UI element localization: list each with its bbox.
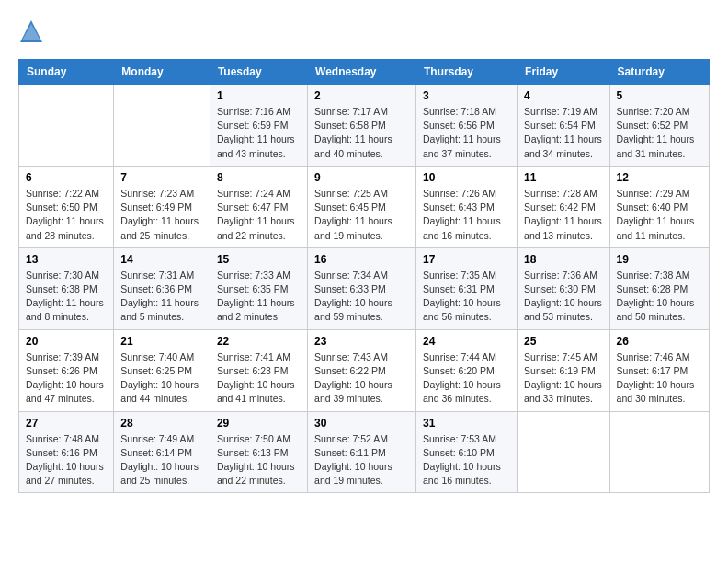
calendar-cell: [114, 85, 210, 167]
calendar-cell: 6Sunrise: 7:22 AM Sunset: 6:50 PM Daylig…: [19, 166, 114, 247]
day-info: Sunrise: 7:50 AM Sunset: 6:13 PM Dayligh…: [217, 432, 301, 488]
day-info: Sunrise: 7:38 AM Sunset: 6:28 PM Dayligh…: [617, 269, 702, 325]
day-number: 8: [217, 171, 301, 184]
day-info: Sunrise: 7:23 AM Sunset: 6:49 PM Dayligh…: [120, 187, 203, 243]
weekday-header-row: SundayMondayTuesdayWednesdayThursdayFrid…: [19, 60, 710, 85]
weekday-header-wednesday: Wednesday: [308, 60, 416, 85]
calendar-cell: 17Sunrise: 7:35 AM Sunset: 6:31 PM Dayli…: [416, 247, 518, 329]
day-number: 29: [217, 417, 301, 430]
calendar-cell: 27Sunrise: 7:48 AM Sunset: 6:16 PM Dayli…: [19, 411, 114, 493]
day-number: 27: [26, 417, 107, 430]
calendar-week-3: 13Sunrise: 7:30 AM Sunset: 6:38 PM Dayli…: [19, 247, 710, 329]
day-number: 16: [314, 253, 409, 266]
day-number: 30: [314, 417, 409, 430]
day-info: Sunrise: 7:24 AM Sunset: 6:47 PM Dayligh…: [217, 187, 301, 243]
day-info: Sunrise: 7:28 AM Sunset: 6:42 PM Dayligh…: [524, 187, 602, 243]
day-info: Sunrise: 7:29 AM Sunset: 6:40 PM Dayligh…: [617, 187, 702, 243]
day-number: 18: [524, 253, 602, 266]
calendar-cell: 12Sunrise: 7:29 AM Sunset: 6:40 PM Dayli…: [609, 166, 709, 247]
day-number: 15: [217, 253, 301, 266]
day-info: Sunrise: 7:45 AM Sunset: 6:19 PM Dayligh…: [524, 350, 602, 407]
calendar-cell: [19, 85, 114, 167]
calendar-week-1: 1Sunrise: 7:16 AM Sunset: 6:59 PM Daylig…: [19, 85, 710, 167]
day-number: 12: [617, 171, 702, 184]
day-info: Sunrise: 7:17 AM Sunset: 6:58 PM Dayligh…: [314, 105, 409, 161]
calendar-cell: 13Sunrise: 7:30 AM Sunset: 6:38 PM Dayli…: [19, 247, 114, 329]
calendar-cell: 23Sunrise: 7:43 AM Sunset: 6:22 PM Dayli…: [308, 329, 416, 411]
day-number: 2: [314, 89, 409, 102]
svg-marker-1: [22, 24, 40, 40]
day-info: Sunrise: 7:25 AM Sunset: 6:45 PM Dayligh…: [314, 187, 409, 243]
day-number: 19: [617, 253, 702, 266]
day-number: 7: [120, 171, 203, 184]
day-number: 9: [314, 171, 409, 184]
day-info: Sunrise: 7:53 AM Sunset: 6:10 PM Dayligh…: [423, 432, 510, 488]
calendar-cell: 10Sunrise: 7:26 AM Sunset: 6:43 PM Dayli…: [416, 166, 518, 247]
logo: [18, 18, 48, 44]
day-info: Sunrise: 7:30 AM Sunset: 6:38 PM Dayligh…: [26, 269, 107, 325]
day-number: 13: [26, 253, 107, 266]
day-number: 3: [423, 89, 510, 102]
day-number: 24: [423, 335, 510, 348]
calendar-cell: 31Sunrise: 7:53 AM Sunset: 6:10 PM Dayli…: [416, 411, 518, 493]
day-number: 10: [423, 171, 510, 184]
calendar-cell: 24Sunrise: 7:44 AM Sunset: 6:20 PM Dayli…: [416, 329, 518, 411]
calendar-week-2: 6Sunrise: 7:22 AM Sunset: 6:50 PM Daylig…: [19, 166, 710, 247]
day-number: 22: [217, 335, 301, 348]
calendar-cell: 28Sunrise: 7:49 AM Sunset: 6:14 PM Dayli…: [114, 411, 210, 493]
calendar-cell: 16Sunrise: 7:34 AM Sunset: 6:33 PM Dayli…: [308, 247, 416, 329]
weekday-header-monday: Monday: [114, 60, 210, 85]
weekday-header-thursday: Thursday: [416, 60, 518, 85]
day-number: 20: [26, 335, 107, 348]
logo-icon: [18, 18, 44, 44]
day-info: Sunrise: 7:35 AM Sunset: 6:31 PM Dayligh…: [423, 269, 510, 325]
calendar-week-4: 20Sunrise: 7:39 AM Sunset: 6:26 PM Dayli…: [19, 329, 710, 411]
calendar-cell: 15Sunrise: 7:33 AM Sunset: 6:35 PM Dayli…: [210, 247, 307, 329]
day-info: Sunrise: 7:44 AM Sunset: 6:20 PM Dayligh…: [423, 350, 510, 407]
calendar-header: SundayMondayTuesdayWednesdayThursdayFrid…: [19, 60, 710, 85]
day-info: Sunrise: 7:49 AM Sunset: 6:14 PM Dayligh…: [120, 432, 203, 488]
day-number: 23: [314, 335, 409, 348]
calendar-cell: 4Sunrise: 7:19 AM Sunset: 6:54 PM Daylig…: [518, 85, 609, 167]
calendar-cell: 9Sunrise: 7:25 AM Sunset: 6:45 PM Daylig…: [308, 166, 416, 247]
calendar-week-5: 27Sunrise: 7:48 AM Sunset: 6:16 PM Dayli…: [19, 411, 710, 493]
calendar-cell: 26Sunrise: 7:46 AM Sunset: 6:17 PM Dayli…: [609, 329, 709, 411]
day-number: 5: [617, 89, 702, 102]
calendar-cell: [518, 411, 609, 493]
day-info: Sunrise: 7:39 AM Sunset: 6:26 PM Dayligh…: [26, 350, 107, 407]
day-info: Sunrise: 7:40 AM Sunset: 6:25 PM Dayligh…: [120, 350, 203, 407]
weekday-header-friday: Friday: [518, 60, 609, 85]
calendar-cell: 11Sunrise: 7:28 AM Sunset: 6:42 PM Dayli…: [518, 166, 609, 247]
day-info: Sunrise: 7:18 AM Sunset: 6:56 PM Dayligh…: [423, 105, 510, 161]
day-info: Sunrise: 7:52 AM Sunset: 6:11 PM Dayligh…: [314, 432, 409, 488]
day-number: 17: [423, 253, 510, 266]
day-info: Sunrise: 7:36 AM Sunset: 6:30 PM Dayligh…: [524, 269, 602, 325]
calendar-cell: 8Sunrise: 7:24 AM Sunset: 6:47 PM Daylig…: [210, 166, 307, 247]
calendar-cell: 30Sunrise: 7:52 AM Sunset: 6:11 PM Dayli…: [308, 411, 416, 493]
calendar-cell: 3Sunrise: 7:18 AM Sunset: 6:56 PM Daylig…: [416, 85, 518, 167]
day-info: Sunrise: 7:16 AM Sunset: 6:59 PM Dayligh…: [217, 105, 301, 161]
calendar-cell: 29Sunrise: 7:50 AM Sunset: 6:13 PM Dayli…: [210, 411, 307, 493]
calendar-cell: 1Sunrise: 7:16 AM Sunset: 6:59 PM Daylig…: [210, 85, 307, 167]
calendar-cell: 20Sunrise: 7:39 AM Sunset: 6:26 PM Dayli…: [19, 329, 114, 411]
calendar-cell: 18Sunrise: 7:36 AM Sunset: 6:30 PM Dayli…: [518, 247, 609, 329]
day-info: Sunrise: 7:34 AM Sunset: 6:33 PM Dayligh…: [314, 269, 409, 325]
calendar-cell: 25Sunrise: 7:45 AM Sunset: 6:19 PM Dayli…: [518, 329, 609, 411]
day-info: Sunrise: 7:20 AM Sunset: 6:52 PM Dayligh…: [617, 105, 702, 161]
day-number: 11: [524, 171, 602, 184]
calendar-cell: 14Sunrise: 7:31 AM Sunset: 6:36 PM Dayli…: [114, 247, 210, 329]
calendar-cell: 22Sunrise: 7:41 AM Sunset: 6:23 PM Dayli…: [210, 329, 307, 411]
calendar-cell: 7Sunrise: 7:23 AM Sunset: 6:49 PM Daylig…: [114, 166, 210, 247]
calendar-cell: 19Sunrise: 7:38 AM Sunset: 6:28 PM Dayli…: [609, 247, 709, 329]
day-number: 1: [217, 89, 301, 102]
day-info: Sunrise: 7:46 AM Sunset: 6:17 PM Dayligh…: [617, 350, 702, 407]
day-number: 26: [617, 335, 702, 348]
day-info: Sunrise: 7:43 AM Sunset: 6:22 PM Dayligh…: [314, 350, 409, 407]
day-info: Sunrise: 7:26 AM Sunset: 6:43 PM Dayligh…: [423, 187, 510, 243]
day-number: 6: [26, 171, 107, 184]
day-info: Sunrise: 7:48 AM Sunset: 6:16 PM Dayligh…: [26, 432, 107, 488]
day-number: 31: [423, 417, 510, 430]
weekday-header-tuesday: Tuesday: [210, 60, 307, 85]
page-header: [18, 18, 710, 44]
day-number: 4: [524, 89, 602, 102]
